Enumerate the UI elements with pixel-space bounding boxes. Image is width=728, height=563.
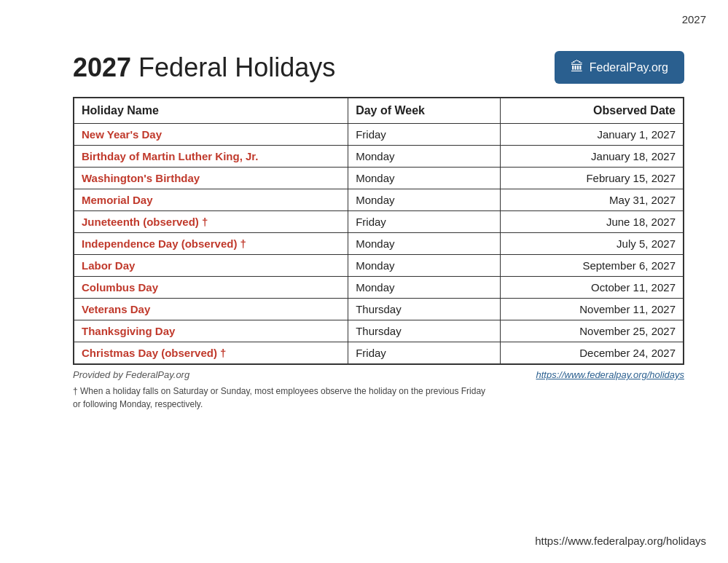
table-row: Juneteenth (observed) †FridayJune 18, 20… bbox=[74, 211, 684, 233]
holiday-name: Washington's Birthday bbox=[74, 168, 348, 189]
table-header: Holiday Name Day of Week Observed Date bbox=[74, 98, 684, 124]
table-row: Washington's BirthdayMondayFebruary 15, … bbox=[74, 168, 684, 189]
table-row: Memorial DayMondayMay 31, 2027 bbox=[74, 189, 684, 211]
col-holiday-name: Holiday Name bbox=[74, 98, 348, 124]
day-of-week: Thursday bbox=[348, 320, 501, 342]
holiday-name: Christmas Day (observed) † bbox=[74, 342, 348, 365]
holiday-name: Independence Day (observed) † bbox=[74, 233, 348, 255]
day-of-week: Monday bbox=[348, 146, 501, 168]
federalpay-button[interactable]: 🏛 FederalPay.org bbox=[555, 51, 684, 84]
footnote: † When a holiday falls on Saturday or Su… bbox=[73, 385, 496, 411]
title-text: Federal Holidays bbox=[131, 52, 335, 82]
table-header-row: Holiday Name Day of Week Observed Date bbox=[74, 98, 684, 124]
holidays-table: Holiday Name Day of Week Observed Date N… bbox=[73, 97, 684, 365]
header-row: 2027 Federal Holidays 🏛 FederalPay.org bbox=[73, 51, 684, 84]
day-of-week: Monday bbox=[348, 189, 501, 211]
holiday-name: Columbus Day bbox=[74, 277, 348, 299]
table-row: Labor DayMondaySeptember 6, 2027 bbox=[74, 255, 684, 277]
day-of-week: Monday bbox=[348, 277, 501, 299]
holiday-name: Memorial Day bbox=[74, 189, 348, 211]
holiday-name: Thanksgiving Day bbox=[74, 320, 348, 342]
table-row: Birthday of Martin Luther King, Jr.Monda… bbox=[74, 146, 684, 168]
col-observed-date: Observed Date bbox=[501, 98, 684, 124]
day-of-week: Friday bbox=[348, 342, 501, 365]
observed-date: November 25, 2027 bbox=[501, 320, 684, 342]
bottom-url: https://www.federalpay.org/holidays bbox=[535, 535, 706, 547]
table-row: Columbus DayMondayOctober 11, 2027 bbox=[74, 277, 684, 299]
day-of-week: Monday bbox=[348, 255, 501, 277]
table-row: New Year's DayFridayJanuary 1, 2027 bbox=[74, 124, 684, 146]
day-of-week: Friday bbox=[348, 124, 501, 146]
provided-by: Provided by FederalPay.org bbox=[73, 369, 189, 380]
title-year: 2027 bbox=[73, 52, 131, 82]
holiday-name: Juneteenth (observed) † bbox=[74, 211, 348, 233]
observed-date: October 11, 2027 bbox=[501, 277, 684, 299]
table-row: Independence Day (observed) †MondayJuly … bbox=[74, 233, 684, 255]
observed-date: February 15, 2027 bbox=[501, 168, 684, 189]
observed-date: January 1, 2027 bbox=[501, 124, 684, 146]
bank-icon: 🏛 bbox=[571, 60, 584, 75]
main-content: 2027 Federal Holidays 🏛 FederalPay.org H… bbox=[0, 0, 728, 440]
holiday-name: Veterans Day bbox=[74, 299, 348, 320]
table-row: Veterans DayThursdayNovember 11, 2027 bbox=[74, 299, 684, 320]
page-year: 2027 bbox=[682, 13, 706, 25]
table-row: Christmas Day (observed) †FridayDecember… bbox=[74, 342, 684, 365]
page-title: 2027 Federal Holidays bbox=[73, 52, 335, 83]
observed-date: January 18, 2027 bbox=[501, 146, 684, 168]
day-of-week: Thursday bbox=[348, 299, 501, 320]
observed-date: June 18, 2027 bbox=[501, 211, 684, 233]
observed-date: November 11, 2027 bbox=[501, 299, 684, 320]
table-row: Thanksgiving DayThursdayNovember 25, 202… bbox=[74, 320, 684, 342]
footer-link[interactable]: https://www.federalpay.org/holidays bbox=[536, 369, 684, 380]
col-day-of-week: Day of Week bbox=[348, 98, 501, 124]
day-of-week: Monday bbox=[348, 233, 501, 255]
observed-date: July 5, 2027 bbox=[501, 233, 684, 255]
holiday-name: Labor Day bbox=[74, 255, 348, 277]
observed-date: December 24, 2027 bbox=[501, 342, 684, 365]
table-body: New Year's DayFridayJanuary 1, 2027Birth… bbox=[74, 124, 684, 365]
brand-label: FederalPay.org bbox=[590, 61, 668, 74]
day-of-week: Friday bbox=[348, 211, 501, 233]
footer-row: Provided by FederalPay.org https://www.f… bbox=[73, 369, 684, 380]
observed-date: September 6, 2027 bbox=[501, 255, 684, 277]
holiday-name: New Year's Day bbox=[74, 124, 348, 146]
holiday-name: Birthday of Martin Luther King, Jr. bbox=[74, 146, 348, 168]
day-of-week: Monday bbox=[348, 168, 501, 189]
observed-date: May 31, 2027 bbox=[501, 189, 684, 211]
